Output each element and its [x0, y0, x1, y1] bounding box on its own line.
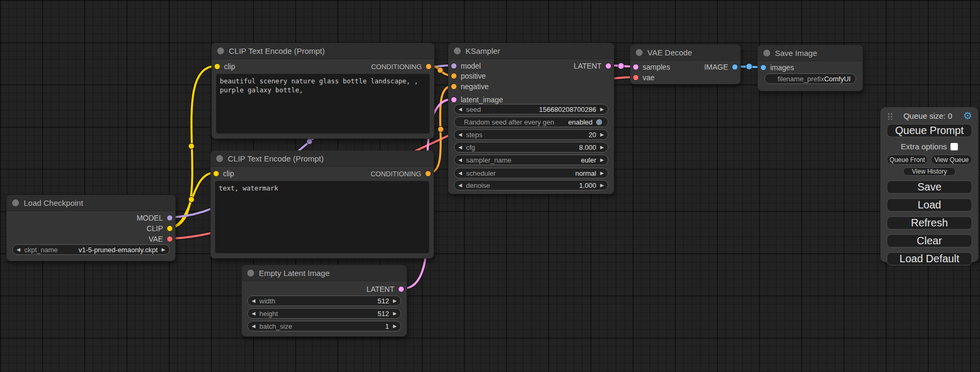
- node-title: VAE Decode: [647, 48, 692, 57]
- clip-input-dot[interactable]: [213, 170, 219, 177]
- output-slot-latent: LATENT: [366, 284, 404, 294]
- node-graph-canvas[interactable]: Load Checkpoint MODEL CLIP VAE ◀ ckpt_na…: [0, 0, 980, 372]
- load-default-button[interactable]: Load Default: [887, 252, 972, 265]
- negative-input-dot[interactable]: [451, 83, 457, 90]
- decrement-arrow-icon[interactable]: ◀: [454, 145, 466, 150]
- model-input-dot[interactable]: [451, 63, 457, 69]
- conditioning-output-dot[interactable]: [425, 63, 432, 70]
- extra-options-checkbox[interactable]: [950, 143, 958, 150]
- latent-output-dot[interactable]: [605, 63, 612, 69]
- node-title-bar[interactable]: Empty Latent Image: [242, 265, 406, 281]
- collapse-dot-icon[interactable]: [636, 49, 643, 56]
- latent-input-dot[interactable]: [451, 97, 457, 103]
- increment-arrow-icon[interactable]: ▶: [596, 145, 608, 150]
- output-slot-model: MODEL: [137, 213, 173, 223]
- random-seed-toggle-widget[interactable]: Random seed after every gen enabled: [454, 117, 608, 127]
- output-slot-conditioning: CONDITIONING: [371, 62, 432, 71]
- increment-arrow-icon[interactable]: ▶: [596, 170, 608, 176]
- node-vae-decode[interactable]: VAE Decode samples vae IMAGE: [630, 44, 741, 84]
- increment-arrow-icon[interactable]: ▶: [158, 247, 169, 252]
- node-title-bar[interactable]: VAE Decode: [630, 45, 740, 61]
- increment-arrow-icon[interactable]: ▶: [389, 298, 401, 303]
- view-history-button[interactable]: View History: [903, 167, 956, 176]
- node-ksampler[interactable]: KSampler model positive negative latent_…: [448, 43, 614, 194]
- gear-icon[interactable]: ⚙: [963, 111, 972, 121]
- width-widget[interactable]: ◀ width 512 ▶: [247, 295, 401, 306]
- steps-widget[interactable]: ◀ steps 20 ▶: [454, 129, 608, 140]
- conditioning-output-dot[interactable]: [425, 170, 431, 177]
- input-slot-clip: clip: [214, 62, 235, 71]
- sampler-name-widget[interactable]: ◀ sampler_name euler ▶: [454, 155, 608, 165]
- decrement-arrow-icon[interactable]: ◀: [454, 157, 466, 163]
- node-load-checkpoint[interactable]: Load Checkpoint MODEL CLIP VAE ◀ ckpt_na…: [6, 195, 176, 261]
- collapse-dot-icon[interactable]: [217, 47, 224, 54]
- collapse-dot-icon[interactable]: [247, 270, 254, 276]
- decrement-arrow-icon[interactable]: ◀: [248, 323, 259, 329]
- node-clip-text-encode-positive[interactable]: CLIP Text Encode (Prompt) clip CONDITION…: [211, 43, 434, 139]
- node-clip-text-encode-negative[interactable]: CLIP Text Encode (Prompt) clip CONDITION…: [210, 150, 434, 259]
- node-save-image[interactable]: Save Image images filename_prefix ComfyU…: [758, 45, 863, 91]
- increment-arrow-icon[interactable]: ▶: [596, 157, 608, 163]
- ckpt-name-widget[interactable]: ◀ ckpt_name v1-5-pruned-emaonly.ckpt ▶: [12, 244, 170, 255]
- height-widget[interactable]: ◀ height 512 ▶: [247, 308, 401, 319]
- image-output-dot[interactable]: [732, 64, 738, 70]
- cfg-widget[interactable]: ◀ cfg 8.000 ▶: [454, 142, 608, 152]
- drag-handle-icon[interactable]: [887, 112, 892, 120]
- input-slot-positive: positive: [451, 71, 486, 81]
- decrement-arrow-icon[interactable]: ◀: [454, 183, 466, 188]
- output-slot-clip: CLIP: [147, 224, 173, 233]
- decrement-arrow-icon[interactable]: ◀: [248, 311, 259, 316]
- model-output-dot[interactable]: [167, 215, 173, 221]
- output-slot-conditioning: CONDITIONING: [371, 169, 431, 178]
- increment-arrow-icon[interactable]: ▶: [389, 311, 401, 316]
- batch-size-widget[interactable]: ◀ batch_size 1 ▶: [247, 321, 401, 331]
- queue-front-button[interactable]: Queue Front: [887, 155, 928, 165]
- node-title-bar[interactable]: KSampler: [449, 43, 614, 59]
- collapse-dot-icon[interactable]: [454, 47, 461, 54]
- output-slot-vae: VAE: [149, 234, 173, 244]
- clear-button[interactable]: Clear: [887, 234, 972, 247]
- prompt-textarea[interactable]: text, watermark: [215, 181, 429, 253]
- samples-input-dot[interactable]: [633, 64, 639, 70]
- prompt-textarea[interactable]: beautiful scenery nature glass bottle la…: [216, 74, 430, 133]
- vae-input-dot[interactable]: [633, 74, 639, 81]
- save-button[interactable]: Save: [887, 180, 972, 194]
- decrement-arrow-icon[interactable]: ◀: [248, 298, 259, 303]
- increment-arrow-icon[interactable]: ▶: [596, 107, 608, 112]
- filename-prefix-widget[interactable]: filename_prefix ComfyUI: [764, 73, 856, 84]
- collapse-dot-icon[interactable]: [763, 50, 770, 56]
- scheduler-widget[interactable]: ◀ scheduler normal ▶: [454, 168, 608, 178]
- decrement-arrow-icon[interactable]: ◀: [454, 132, 466, 137]
- increment-arrow-icon[interactable]: ▶: [596, 132, 608, 137]
- images-input-dot[interactable]: [760, 64, 766, 71]
- node-title-bar[interactable]: Load Checkpoint: [7, 195, 175, 211]
- increment-arrow-icon[interactable]: ▶: [389, 323, 401, 329]
- queue-control-panel: Queue size: 0 ⚙ Queue Prompt Extra optio…: [880, 107, 978, 262]
- denoise-widget[interactable]: ◀ denoise 1.000 ▶: [454, 180, 608, 190]
- view-queue-button[interactable]: View Queue: [931, 155, 972, 165]
- queue-prompt-button[interactable]: Queue Prompt: [887, 124, 972, 137]
- increment-arrow-icon[interactable]: ▶: [596, 183, 608, 188]
- positive-input-dot[interactable]: [451, 73, 457, 79]
- collapse-dot-icon[interactable]: [216, 155, 223, 162]
- node-title-bar[interactable]: CLIP Text Encode (Prompt): [211, 151, 433, 167]
- latent-output-dot[interactable]: [398, 286, 404, 292]
- node-title: Load Checkpoint: [24, 198, 83, 207]
- collapse-dot-icon[interactable]: [12, 199, 19, 206]
- clip-output-dot[interactable]: [167, 225, 173, 232]
- toggle-knob-icon[interactable]: [596, 119, 603, 126]
- load-button[interactable]: Load: [887, 198, 972, 212]
- decrement-arrow-icon[interactable]: ◀: [13, 247, 24, 252]
- vae-output-dot[interactable]: [167, 236, 173, 242]
- node-title-bar[interactable]: Save Image: [758, 45, 862, 61]
- decrement-arrow-icon[interactable]: ◀: [454, 170, 466, 176]
- node-title: Save Image: [775, 49, 817, 58]
- node-title-bar[interactable]: CLIP Text Encode (Prompt): [212, 43, 434, 59]
- seed-widget[interactable]: ◀ seed 156680208700286 ▶: [454, 104, 608, 115]
- refresh-button[interactable]: Refresh: [887, 216, 972, 230]
- node-title: CLIP Text Encode (Prompt): [229, 46, 325, 55]
- decrement-arrow-icon[interactable]: ◀: [454, 107, 466, 112]
- input-slot-samples: samples: [633, 62, 670, 72]
- node-empty-latent-image[interactable]: Empty Latent Image LATENT ◀ width 512 ▶ …: [241, 265, 407, 337]
- clip-input-dot[interactable]: [214, 63, 220, 70]
